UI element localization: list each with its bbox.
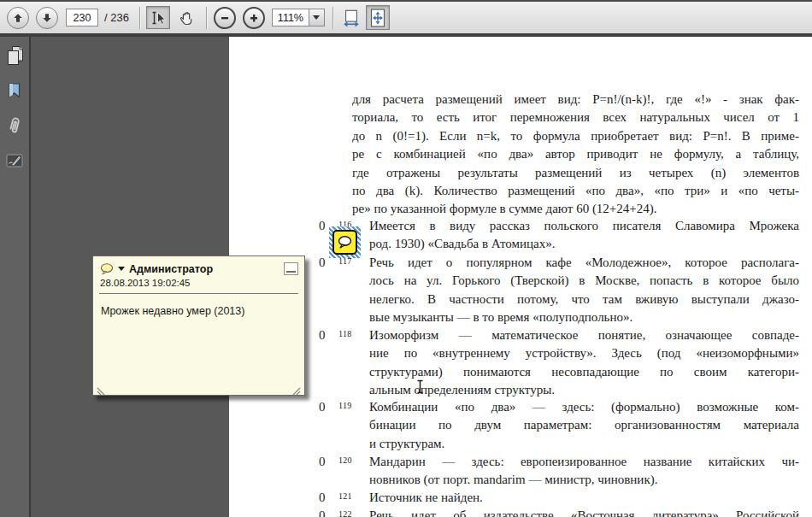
zoom-level-combo [272,9,325,26]
text-line: бинации по двум параметрам: организованн… [369,416,799,434]
zoom-level-input[interactable] [272,9,309,26]
text-line: ре» по указанной формуле в сумме дают 60… [352,200,799,218]
comment-popup[interactable]: Администратор 28.08.2013 19:02:45 Мрожек… [92,256,305,396]
sidebar-item-signatures[interactable] [3,149,26,173]
text-line: Речь идет об издательстве «Восточная лит… [369,507,799,517]
hand-icon [179,9,196,26]
arrow-down-icon [41,12,53,24]
text-line: ние по «внутреннему устройству». Здесь (… [369,344,799,362]
page-thumbnails-icon [4,44,25,67]
sidebar-item-bookmarks[interactable] [3,79,26,103]
zoom-out-button[interactable] [214,7,236,29]
minimize-note-button[interactable] [284,262,298,275]
toolbar-separator [332,7,333,29]
footnote-119: 0 119 Комбинации «по два» — здесь: (форм… [319,398,799,453]
text-line: род. 1930) «Свадьба в Атомицах». [369,235,799,253]
fit-width-icon [342,9,361,27]
text-line: Мандарин — здесь: европеизированное назв… [369,453,799,471]
toolbar-separator [139,7,140,29]
toolbar: / 236 [0,0,812,37]
text-line: Комбинации «по два» — здесь: (формально)… [369,398,799,416]
footnote-marker: 0 [319,254,338,327]
text-line: структурами) понимаются несовпадающие по… [369,363,799,381]
speech-bubble-icon [100,263,114,275]
footnote-number: 119 [338,398,369,453]
text-line: по два (k). Количество размещений «по дв… [352,182,799,200]
sidebar-item-attachments[interactable] [3,114,26,138]
text-line: где отражены результаты размещений из че… [352,164,799,182]
text-line: альным определениям структуры. [369,381,799,399]
page-number-input[interactable] [66,9,98,26]
comment-popup-header[interactable]: Администратор [93,256,304,275]
bookmarks-icon [5,81,24,100]
zoom-in-button[interactable] [243,7,265,29]
arrow-up-icon [12,12,24,24]
body-paragraph: для расчета размещений имеет вид: P=n!/(… [352,91,799,219]
page-count-label: / 236 [104,11,129,24]
text-line: ториала, то есть итог перемножения всех … [352,109,799,126]
previous-page-button[interactable] [7,7,29,29]
resize-handle-left[interactable] [97,384,105,392]
next-page-button[interactable] [36,7,58,29]
signatures-icon [4,151,25,170]
footnote-120: 0 120 Мандарин — здесь: европеизированно… [319,453,799,490]
footnote-118: 0 118 Изоморфизм — математическое поняти… [319,326,799,400]
speech-bubble-icon [332,230,357,255]
comment-body-text[interactable]: Мрожек недавно умер (2013) [93,294,304,328]
text-line: Изоморфизм — математическое понятие, озн… [369,326,799,344]
footnote-number: 122 [338,507,369,517]
text-line: вые музыканты — в то время «полуподпольн… [369,308,799,326]
text-line: нелегко. В частности потому, что там вжи… [369,291,799,308]
footnote-marker: 0 [319,398,338,453]
footnote-marker: 0 [319,453,338,490]
footnote-116: 0 116 Имеется в виду рассказ польского п… [319,217,799,254]
toolbar-separator [206,7,207,29]
footnote-number: 121 [338,489,369,507]
text-line: лось на ул. Горького (Тверской) в Москве… [369,272,799,290]
footnote-121: 0 121 Источник не найден. [319,489,799,507]
comment-author: Администратор [129,263,284,275]
footnote-117: 0 117 Речь идет о популярном кафе «Молод… [319,254,799,327]
plus-circle-icon [249,13,259,23]
footnote-marker: 0 [319,507,338,517]
footnote-number: 117 [338,254,369,327]
attachments-icon [3,114,26,138]
text-line: для расчета размещений имеет вид: P=n!/(… [352,91,799,109]
text-line: ре с комбинацией «по два» автор приводит… [352,145,799,163]
comment-timestamp: 28.08.2013 19:02:45 [93,275,304,288]
fit-width-button[interactable] [340,6,362,29]
footnote-marker: 0 [319,326,338,400]
text-line: Речь идет о популярном кафе «Молодежное»… [369,254,799,272]
chevron-down-icon[interactable] [118,267,125,271]
minus-circle-icon [220,13,230,23]
text-line: новников (от порт. mandarim — министр, ч… [369,471,799,489]
fit-page-button[interactable] [366,5,390,30]
footnote-122: 0 122 Речь идет об издательстве «Восточн… [319,507,799,517]
select-cursor-icon [150,9,167,26]
document-page: для расчета размещений имеет вид: P=n!/(… [229,37,812,517]
footnote-marker: 0 [319,489,338,507]
text-line: Имеется в виду рассказ польского писател… [369,217,799,235]
sticky-note-annotation[interactable] [329,226,361,258]
chevron-down-icon [313,15,320,20]
text-line: до n (0!=1). Если n=k, то формула приобр… [352,127,799,145]
select-tool-button[interactable] [146,6,170,29]
sidebar-item-page-thumbnails[interactable] [3,44,26,68]
footnote-number: 118 [338,326,369,400]
footnote-number: 120 [338,453,369,490]
navigation-pane-strip [0,37,31,517]
hand-tool-button[interactable] [175,6,199,29]
text-line: Источник не найден. [369,489,799,507]
fit-page-icon [368,8,387,28]
text-cursor-icon [416,379,424,397]
pdf-viewer-window: / 236 [0,0,812,517]
zoom-dropdown-button[interactable] [309,9,325,26]
text-line: и структурам. [369,435,799,453]
resize-handle-right[interactable] [292,384,301,392]
